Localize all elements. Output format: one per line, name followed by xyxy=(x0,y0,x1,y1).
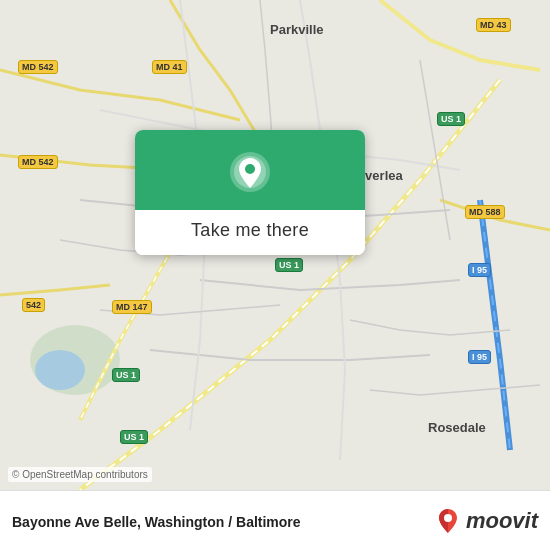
badge-md147: MD 147 xyxy=(112,300,152,314)
location-info: Bayonne Ave Belle, Washington / Baltimor… xyxy=(12,512,301,530)
popup-button-section: Take me there xyxy=(135,210,365,255)
svg-point-7 xyxy=(444,514,452,522)
badge-us1-low: US 1 xyxy=(112,368,140,382)
badge-us1-bot: US 1 xyxy=(120,430,148,444)
badge-md542-mid: MD 542 xyxy=(18,155,58,169)
location-pin-icon xyxy=(228,150,272,194)
take-me-there-button[interactable]: Take me there xyxy=(191,220,309,241)
badge-md43: MD 43 xyxy=(476,18,511,32)
badge-us1-mid: US 1 xyxy=(275,258,303,272)
badge-md542-top: MD 542 xyxy=(18,60,58,74)
badge-i95-bot: I 95 xyxy=(468,350,491,364)
osm-attribution: © OpenStreetMap contributors xyxy=(8,467,152,482)
moovit-pin-icon xyxy=(434,507,462,535)
bottom-bar: Bayonne Ave Belle, Washington / Baltimor… xyxy=(0,490,550,550)
moovit-logo: moovit xyxy=(434,507,538,535)
map-container: Parkville Overlea Rosedale MD 542 MD 41 … xyxy=(0,0,550,490)
badge-md588: MD 588 xyxy=(465,205,505,219)
popup-header xyxy=(135,130,365,210)
badge-i95-top: I 95 xyxy=(468,263,491,277)
svg-point-6 xyxy=(245,164,255,174)
badge-us1-top: US 1 xyxy=(437,112,465,126)
badge-md41: MD 41 xyxy=(152,60,187,74)
location-name: Bayonne Ave Belle, Washington / Baltimor… xyxy=(12,514,301,530)
moovit-brand-text: moovit xyxy=(466,508,538,534)
location-popup: Take me there xyxy=(135,130,365,255)
badge-542: 542 xyxy=(22,298,45,312)
